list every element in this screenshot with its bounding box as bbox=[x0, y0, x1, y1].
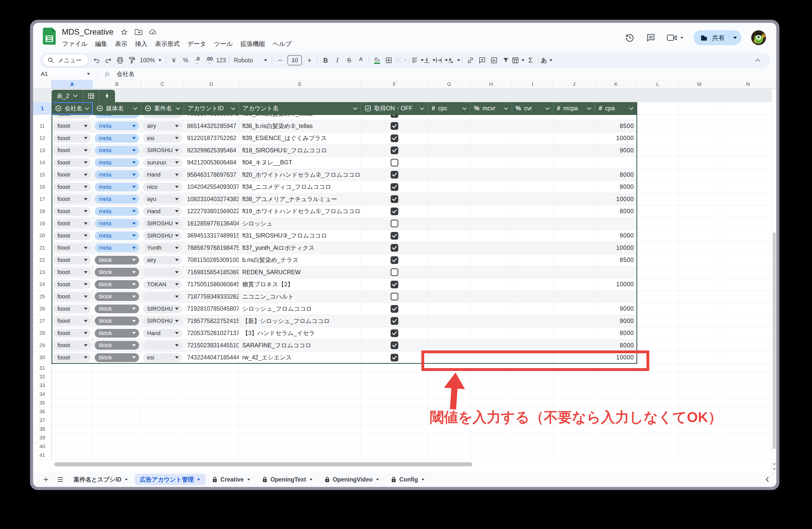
row-number[interactable]: 29 bbox=[33, 339, 52, 352]
account-name-cell[interactable]: ft36_b.ris白髪染め②_tellas bbox=[239, 120, 361, 132]
metric-cell[interactable] bbox=[470, 339, 512, 352]
cell[interactable] bbox=[720, 144, 772, 157]
cell[interactable] bbox=[141, 390, 184, 399]
cell[interactable] bbox=[720, 303, 772, 315]
cell[interactable] bbox=[720, 451, 772, 460]
company-dropdown-chip[interactable]: fooot bbox=[53, 134, 91, 143]
cell[interactable] bbox=[637, 254, 679, 267]
cell[interactable] bbox=[720, 315, 772, 327]
cell[interactable] bbox=[239, 434, 361, 442]
metric-cell[interactable] bbox=[428, 315, 470, 327]
fetch-checkbox[interactable] bbox=[391, 232, 398, 240]
cell[interactable] bbox=[184, 416, 239, 425]
metric-cell[interactable] bbox=[470, 303, 512, 315]
metric-cell[interactable] bbox=[470, 315, 512, 327]
metric-cell[interactable] bbox=[428, 218, 470, 230]
company-dropdown-chip[interactable]: fooot bbox=[53, 115, 91, 118]
header-filter-caret[interactable] bbox=[504, 105, 509, 112]
cell[interactable] bbox=[361, 372, 428, 381]
cell[interactable] bbox=[184, 372, 239, 381]
metric-cell[interactable] bbox=[428, 339, 470, 352]
case-cell[interactable] bbox=[141, 115, 184, 120]
header-filter-caret[interactable] bbox=[176, 105, 181, 112]
metric-cell[interactable] bbox=[512, 291, 553, 303]
header-filter-caret[interactable] bbox=[462, 105, 467, 112]
cell[interactable] bbox=[679, 303, 720, 315]
cell[interactable] bbox=[679, 157, 720, 169]
cell[interactable] bbox=[679, 372, 720, 381]
fetch-toggle-cell[interactable] bbox=[361, 205, 428, 218]
account-name-cell[interactable]: シロッシュ_フロムココロ bbox=[239, 303, 361, 315]
column-header-H[interactable]: H bbox=[470, 80, 512, 89]
cell[interactable] bbox=[679, 169, 720, 181]
cell[interactable] bbox=[637, 102, 679, 115]
account-name-cell[interactable]: SARAFINE_フロムココロ bbox=[239, 339, 361, 352]
company-dropdown-chip[interactable]: fooot bbox=[53, 219, 91, 228]
cell[interactable] bbox=[470, 390, 512, 399]
fill-color-button[interactable] bbox=[371, 55, 383, 66]
account-id-cell[interactable]: 1082310403274383 bbox=[184, 193, 239, 205]
metric-cell[interactable] bbox=[512, 157, 553, 169]
cell[interactable] bbox=[361, 364, 428, 372]
cell[interactable] bbox=[553, 390, 595, 399]
metric-cell[interactable] bbox=[470, 169, 512, 181]
account-id-cell[interactable]: 923299625395464 bbox=[184, 144, 239, 157]
header-filter-caret[interactable] bbox=[629, 105, 634, 112]
column-header-F[interactable]: F bbox=[361, 80, 428, 89]
cell[interactable] bbox=[553, 434, 595, 442]
cell[interactable] bbox=[239, 407, 361, 416]
cell[interactable] bbox=[553, 381, 595, 390]
case-cell[interactable]: esi bbox=[141, 132, 184, 145]
cpa-cell[interactable]: 8500 bbox=[595, 254, 637, 267]
cell[interactable] bbox=[720, 425, 772, 434]
cell[interactable] bbox=[720, 254, 772, 267]
row-number[interactable]: 23 bbox=[33, 266, 52, 279]
cell[interactable] bbox=[512, 372, 553, 381]
cell[interactable] bbox=[361, 381, 428, 390]
metric-cell[interactable] bbox=[553, 254, 595, 267]
cell[interactable] bbox=[184, 434, 239, 442]
fetch-toggle-cell[interactable] bbox=[361, 279, 428, 291]
cell[interactable] bbox=[637, 291, 679, 303]
case-cell[interactable]: airy bbox=[141, 120, 184, 132]
name-box-caret[interactable] bbox=[87, 73, 90, 75]
account-id-cell[interactable]: 70811502853091000 bbox=[184, 254, 239, 267]
cell[interactable] bbox=[239, 416, 361, 425]
metric-cell[interactable] bbox=[512, 193, 553, 205]
cpa-cell[interactable]: 8000 bbox=[595, 339, 637, 352]
sheet-tab-menu-caret[interactable] bbox=[309, 479, 312, 480]
media-cell[interactable]: tiktok bbox=[93, 266, 141, 279]
fetch-toggle-cell[interactable] bbox=[361, 218, 428, 230]
row-number[interactable]: 14 bbox=[33, 157, 52, 169]
column-header-G[interactable]: G bbox=[428, 80, 470, 89]
cell[interactable] bbox=[637, 390, 679, 399]
media-dropdown-chip[interactable]: meta bbox=[95, 158, 139, 167]
cell[interactable] bbox=[720, 193, 772, 205]
sheet-tab-Config[interactable]: Config bbox=[386, 474, 430, 485]
cell[interactable] bbox=[637, 442, 679, 451]
sheet-tab-menu-caret[interactable] bbox=[125, 479, 128, 480]
cell[interactable] bbox=[141, 407, 184, 416]
format-percent-button[interactable]: % bbox=[180, 55, 191, 66]
metric-cell[interactable] bbox=[428, 303, 470, 315]
metric-cell[interactable] bbox=[512, 254, 553, 267]
italic-button[interactable]: I bbox=[331, 55, 343, 66]
account-name-cell[interactable]: rw_42_エシエンス bbox=[239, 352, 361, 364]
cell[interactable] bbox=[361, 434, 428, 442]
cell[interactable] bbox=[428, 434, 470, 442]
cell[interactable] bbox=[679, 434, 720, 442]
cell[interactable] bbox=[553, 442, 595, 451]
metric-cell[interactable] bbox=[553, 339, 595, 352]
cell[interactable] bbox=[239, 390, 361, 399]
menu-tools[interactable]: ツール bbox=[210, 39, 236, 49]
media-cell[interactable]: meta bbox=[93, 181, 141, 193]
cell[interactable] bbox=[679, 115, 720, 120]
fetch-toggle-cell[interactable] bbox=[361, 115, 428, 120]
account-id-cell[interactable]: 71957758227524150 bbox=[184, 315, 239, 327]
fetch-checkbox[interactable] bbox=[391, 146, 398, 154]
media-cell[interactable]: tiktok bbox=[93, 339, 141, 352]
account-id-cell[interactable]: 3694513317489915 bbox=[184, 230, 239, 242]
row-number[interactable]: 36 bbox=[33, 407, 52, 416]
case-cell[interactable] bbox=[141, 266, 184, 279]
cell[interactable] bbox=[637, 381, 679, 390]
